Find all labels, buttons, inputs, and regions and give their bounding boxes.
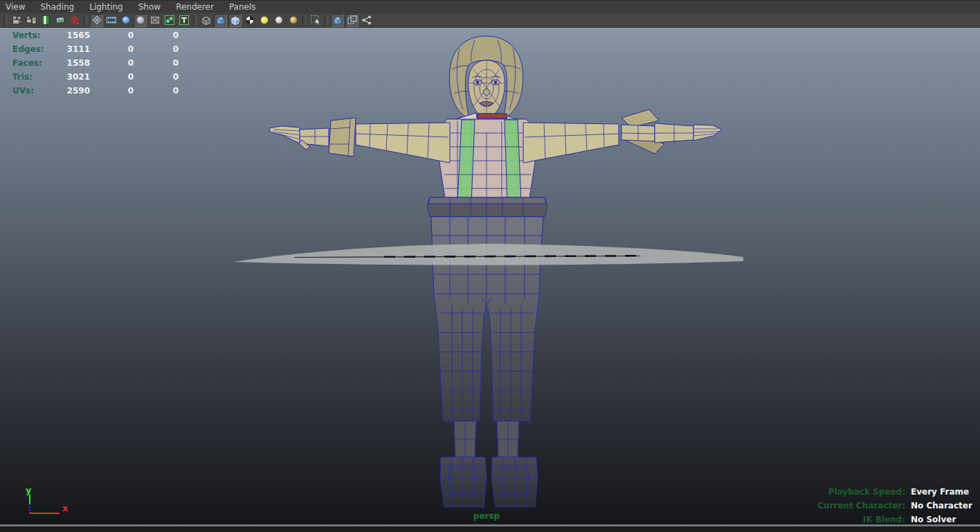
select-camera-icon[interactable] bbox=[10, 14, 23, 27]
hud-row-tris: Tris: 3021 0 0 bbox=[0, 70, 179, 84]
isolate-select-icon[interactable] bbox=[309, 14, 322, 27]
xray-joints-icon[interactable] bbox=[331, 14, 344, 27]
wireframe-on-shaded-icon[interactable] bbox=[199, 14, 212, 27]
3d-viewport[interactable]: y x Verts: 1565 0 0 Edges: 3111 0 0 bbox=[0, 28, 980, 524]
panel-bottom-border bbox=[0, 524, 980, 532]
hud-value: 1565 bbox=[48, 30, 90, 40]
view-axis-gizmo: y x bbox=[26, 485, 69, 514]
hud-row-faces: Faces: 1558 0 0 bbox=[0, 56, 179, 70]
hud-value: 1558 bbox=[48, 58, 90, 68]
share-view-icon[interactable] bbox=[360, 14, 373, 27]
toolbar-separator bbox=[3, 15, 7, 26]
hud-row-verts: Verts: 1565 0 0 bbox=[0, 28, 179, 42]
hud-label: Faces: bbox=[0, 58, 48, 68]
2d-pan-zoom-icon[interactable] bbox=[68, 14, 81, 27]
hud-label: UVs: bbox=[0, 86, 48, 96]
menu-lighting[interactable]: Lighting bbox=[89, 1, 131, 13]
toolbar-separator bbox=[193, 15, 197, 26]
menu-view[interactable]: View bbox=[6, 1, 33, 13]
hud-value: 0 bbox=[90, 86, 134, 96]
hud-value: 0 bbox=[90, 72, 134, 82]
hud-label: Edges: bbox=[0, 44, 48, 54]
default-material-icon[interactable] bbox=[163, 14, 176, 27]
hud-value: 3021 bbox=[48, 72, 90, 82]
hud-value: 0 bbox=[134, 44, 179, 54]
hud-value: 0 bbox=[134, 58, 179, 68]
lighting-flat-icon[interactable] bbox=[272, 14, 285, 27]
hud-value: No Solver bbox=[911, 515, 977, 524]
animation-hud: Playback Speed: Every Frame Current Char… bbox=[795, 485, 977, 526]
hud-value: 0 bbox=[134, 30, 179, 40]
hud-value: 0 bbox=[134, 72, 179, 82]
hud-row-playback-speed: Playback Speed: Every Frame bbox=[795, 485, 977, 499]
hud-row-current-character: Current Character: No Character bbox=[795, 499, 977, 513]
use-default-material-icon[interactable] bbox=[243, 14, 256, 27]
hud-label: Tris: bbox=[0, 72, 48, 82]
ground-plane bbox=[233, 244, 743, 265]
hud-label: IK Blend: bbox=[795, 515, 905, 524]
hud-value: 3111 bbox=[48, 44, 90, 54]
hud-value: 0 bbox=[90, 44, 134, 54]
multi-pane-layout-icon[interactable] bbox=[345, 14, 359, 27]
lighting-all-icon[interactable] bbox=[257, 14, 271, 27]
hud-value: No Character bbox=[911, 501, 977, 511]
hud-value: 0 bbox=[90, 58, 134, 68]
film-gate-icon[interactable] bbox=[105, 14, 118, 27]
poly-count-hud: Verts: 1565 0 0 Edges: 3111 0 0 Faces: 1… bbox=[0, 28, 179, 98]
hud-value: Every Frame bbox=[911, 487, 977, 497]
panel-toolbar bbox=[0, 13, 980, 28]
hud-label: Verts: bbox=[0, 30, 48, 40]
axis-y-label: y bbox=[26, 485, 32, 495]
menu-show[interactable]: Show bbox=[138, 1, 169, 13]
axis-x-label: x bbox=[62, 503, 69, 513]
hud-row-uvs: UVs: 2590 0 0 bbox=[0, 84, 179, 98]
toolbar-separator bbox=[325, 15, 328, 26]
hud-value: 0 bbox=[90, 30, 134, 40]
image-plane-icon[interactable] bbox=[53, 14, 66, 27]
menu-renderer[interactable]: Renderer bbox=[176, 1, 222, 13]
shaded-cube-icon[interactable] bbox=[214, 14, 227, 27]
menu-shading[interactable]: Shading bbox=[40, 1, 82, 13]
toolbar-separator bbox=[84, 15, 87, 26]
hud-label: Current Character: bbox=[795, 501, 905, 511]
xray-display-icon[interactable] bbox=[228, 14, 242, 27]
maya-viewport-panel: View Shading Lighting Show Renderer Pane… bbox=[0, 0, 980, 532]
hud-value: 2590 bbox=[48, 86, 90, 96]
hud-label: Playback Speed: bbox=[795, 487, 905, 497]
wireframe-display-icon[interactable] bbox=[90, 14, 103, 27]
character-model-wireframe[interactable] bbox=[269, 36, 722, 507]
bookmarks-icon[interactable] bbox=[39, 14, 52, 27]
camera-name-label: persp bbox=[438, 511, 535, 521]
hud-row-edges: Edges: 3111 0 0 bbox=[0, 42, 179, 56]
hud-value: 0 bbox=[134, 86, 179, 96]
textured-display-icon[interactable] bbox=[177, 14, 190, 27]
toolbar-separator bbox=[302, 15, 306, 26]
bounding-box-icon[interactable] bbox=[148, 14, 161, 27]
panel-menu-bar: View Shading Lighting Show Renderer Pane… bbox=[0, 0, 980, 13]
menu-panels[interactable]: Panels bbox=[229, 1, 264, 13]
camera-attributes-icon[interactable] bbox=[24, 14, 37, 27]
flat-shade-icon[interactable] bbox=[134, 14, 147, 27]
lighting-default-icon[interactable] bbox=[287, 14, 300, 27]
smooth-shade-icon[interactable] bbox=[119, 14, 132, 27]
